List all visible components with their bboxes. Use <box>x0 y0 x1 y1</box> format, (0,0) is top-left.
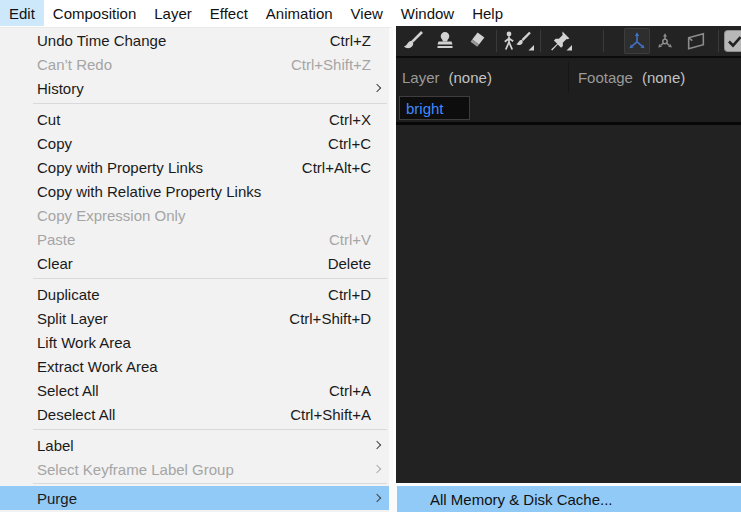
menubar-item-window[interactable]: Window <box>392 0 463 26</box>
menu-separator <box>0 100 389 107</box>
menu-item-duplicate[interactable]: DuplicateCtrl+D <box>0 282 389 306</box>
clone-stamp-tool[interactable] <box>431 28 459 54</box>
menu-item-label: Copy with Property Links <box>37 159 203 176</box>
toolbar-separator <box>603 30 604 52</box>
submenu-item-all-memory-disk-cache[interactable]: All Memory & Disk Cache... <box>397 486 741 512</box>
menu-item-label: Lift Work Area <box>37 334 131 351</box>
local-axis-icon <box>626 30 648 52</box>
menu-item-shortcut: Ctrl+Z <box>330 32 371 49</box>
menu-item-label: Duplicate <box>37 286 100 303</box>
menu-item-label: History <box>37 80 84 97</box>
menu-item-shortcut: Ctrl+A <box>329 382 371 399</box>
menu-item-can-t-redo[interactable]: Can’t RedoCtrl+Shift+Z <box>0 52 389 76</box>
menu-item-label: Split Layer <box>37 310 108 327</box>
menu-item-label: Select Keyframe Label Group <box>37 461 234 478</box>
menu-item-shortcut: Ctrl+V <box>329 231 371 248</box>
layer-footage-header: Layer (none) Footage (none) <box>396 58 741 96</box>
menu-item-label: Undo Time Change <box>37 32 166 49</box>
menu-item-shortcut: Ctrl+C <box>328 135 371 152</box>
toolbar-separator <box>540 30 541 52</box>
menubar-item-view[interactable]: View <box>342 0 392 26</box>
menu-item-label: Label <box>37 437 74 454</box>
menu-separator <box>0 426 389 433</box>
header-divider <box>568 62 569 92</box>
local-axis-mode-button[interactable] <box>624 28 650 54</box>
tab-bright-label: bright <box>406 100 444 117</box>
menu-item-label: Copy Expression Only <box>37 207 185 224</box>
menubar-item-effect[interactable]: Effect <box>201 0 257 26</box>
checked-toggle[interactable] <box>721 28 741 54</box>
menu-item-label: Copy <box>37 135 72 152</box>
menu-item-shortcut: Ctrl+Shift+Z <box>291 56 371 73</box>
submenu-arrow-icon <box>373 465 381 473</box>
world-axis-mode-button[interactable] <box>652 28 678 54</box>
menu-item-copy-expression-only[interactable]: Copy Expression Only <box>0 203 389 227</box>
menu-item-label: Can’t Redo <box>37 56 112 73</box>
menu-item-select-keyframe-label-group[interactable]: Select Keyframe Label Group <box>0 457 389 481</box>
menu-item-label: Paste <box>37 231 75 248</box>
puppet-pin-icon <box>547 29 573 53</box>
menu-item-shortcut: Ctrl+D <box>328 286 371 303</box>
menu-item-select-all[interactable]: Select AllCtrl+A <box>0 378 389 402</box>
submenu-arrow-icon <box>373 84 381 92</box>
menu-item-history[interactable]: History <box>0 76 389 100</box>
footage-value: (none) <box>642 69 685 86</box>
menubar-item-help[interactable]: Help <box>463 0 512 26</box>
menu-item-shortcut: Ctrl+Alt+C <box>302 159 371 176</box>
menu-item-label: Deselect All <box>37 406 115 423</box>
menu-item-deselect-all[interactable]: Deselect AllCtrl+Shift+A <box>0 402 389 426</box>
view-axis-icon <box>685 30 707 52</box>
submenu-arrow-icon <box>373 441 381 449</box>
menu-separator <box>0 275 389 282</box>
menu-item-label: Copy with Relative Property Links <box>37 183 261 200</box>
menu-item-label: Clear <box>37 255 73 272</box>
toolbar-separator <box>718 30 719 52</box>
brush-icon <box>401 29 425 53</box>
tab-bright[interactable]: bright <box>399 96 470 120</box>
checkmark-icon <box>724 30 741 52</box>
menu-item-shortcut: Ctrl+Shift+A <box>290 406 371 423</box>
brush-tool[interactable] <box>399 28 427 54</box>
footage-label: Footage <box>578 69 633 86</box>
menu-item-split-layer[interactable]: Split LayerCtrl+Shift+D <box>0 306 389 330</box>
menu-item-paste[interactable]: PasteCtrl+V <box>0 227 389 251</box>
menu-item-undo-time-change[interactable]: Undo Time ChangeCtrl+Z <box>0 28 389 52</box>
menubar-item-animation[interactable]: Animation <box>257 0 342 26</box>
menu-item-copy[interactable]: CopyCtrl+C <box>0 131 389 155</box>
after-effects-panel: Layer (none) Footage (none) bright <box>396 26 741 512</box>
menubar-item-composition[interactable]: Composition <box>44 0 145 26</box>
tools-toolbar <box>396 26 741 58</box>
menu-item-cut[interactable]: CutCtrl+X <box>0 107 389 131</box>
roto-brush-tool[interactable] <box>499 28 537 54</box>
puppet-pin-tool[interactable] <box>543 28 577 54</box>
menu-item-purge[interactable]: Purge <box>0 486 389 510</box>
clone-stamp-icon <box>433 29 457 53</box>
eraser-tool[interactable] <box>462 28 490 54</box>
menu-item-label: Purge <box>37 490 77 507</box>
menu-item-copy-with-property-links[interactable]: Copy with Property LinksCtrl+Alt+C <box>0 155 389 179</box>
menu-item-label: Select All <box>37 382 99 399</box>
menubar: EditCompositionLayerEffectAnimationViewW… <box>0 0 741 26</box>
view-axis-mode-button[interactable] <box>683 28 709 54</box>
purge-submenu-list: All Memory & Disk Cache... <box>397 486 741 512</box>
menu-item-extract-work-area[interactable]: Extract Work Area <box>0 354 389 378</box>
layer-value: (none) <box>449 69 492 86</box>
menu-item-clear[interactable]: ClearDelete <box>0 251 389 275</box>
menubar-item-layer[interactable]: Layer <box>145 0 201 26</box>
menu-item-lift-work-area[interactable]: Lift Work Area <box>0 330 389 354</box>
menu-item-shortcut: Delete <box>328 255 371 272</box>
layer-label: Layer <box>402 69 440 86</box>
menubar-item-edit[interactable]: Edit <box>0 0 44 26</box>
menu-item-label[interactable]: Label <box>0 433 389 457</box>
world-axis-icon <box>654 30 676 52</box>
roto-brush-icon <box>501 29 535 53</box>
menu-item-shortcut: Ctrl+Shift+D <box>289 310 371 327</box>
purge-submenu: All Memory & Disk Cache... <box>393 483 741 512</box>
menu-item-label: Extract Work Area <box>37 358 158 375</box>
menu-item-copy-with-relative-property-links[interactable]: Copy with Relative Property Links <box>0 179 389 203</box>
panel-tab-row: bright <box>396 96 741 122</box>
eraser-icon <box>464 29 488 53</box>
menu-item-shortcut: Ctrl+X <box>329 111 371 128</box>
panel-content <box>396 125 741 512</box>
edit-menu: Undo Time ChangeCtrl+ZCan’t RedoCtrl+Shi… <box>0 27 393 512</box>
